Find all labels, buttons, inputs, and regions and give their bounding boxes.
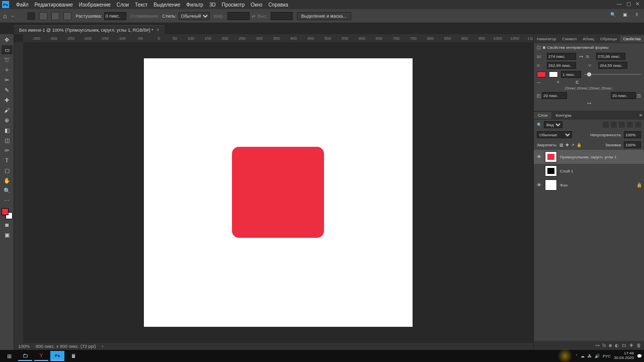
layer-row[interactable]: 👁Прямоугольник, скругл. углы 1 xyxy=(534,150,644,164)
tray-cloud-icon[interactable]: ☁ xyxy=(581,354,585,358)
menu-select[interactable]: Выделение xyxy=(150,1,183,9)
filter-img-icon[interactable] xyxy=(603,122,609,128)
eyedropper-tool[interactable]: ✎ xyxy=(2,85,13,95)
filter-adj-icon[interactable] xyxy=(611,122,617,128)
y-input[interactable] xyxy=(598,62,627,69)
menu-3d[interactable]: 3D xyxy=(206,1,219,9)
w-input[interactable] xyxy=(547,53,576,60)
document-canvas[interactable] xyxy=(144,58,413,327)
tab-close-icon[interactable]: × xyxy=(156,27,159,33)
stroke-width-input[interactable] xyxy=(561,71,581,78)
visibility-icon[interactable]: 👁 xyxy=(536,182,542,188)
blend-select[interactable]: Обычные xyxy=(537,131,572,138)
rounded-rect-shape[interactable] xyxy=(232,147,324,238)
adjust-icon[interactable]: ◐ xyxy=(615,343,619,348)
link-wh-icon[interactable]: ⊶ xyxy=(579,54,583,59)
menu-edit[interactable]: Редактирование xyxy=(32,1,76,9)
brush-tool[interactable]: 🖌 xyxy=(2,106,13,115)
maximize-icon[interactable]: ▢ xyxy=(624,1,633,8)
tray-notif-icon[interactable]: 💬 xyxy=(637,354,642,358)
screenmode-tool[interactable]: ▣ xyxy=(2,230,13,239)
fx-icon[interactable]: fx xyxy=(603,343,606,348)
color-swatches[interactable] xyxy=(2,208,13,219)
tray-chevron-icon[interactable]: ˄ xyxy=(576,354,578,358)
folder-icon[interactable]: 🗀 xyxy=(622,343,626,348)
start-button[interactable]: ⊞ xyxy=(2,351,16,361)
home-icon[interactable]: ⌂ xyxy=(3,13,7,20)
feather-input[interactable] xyxy=(104,12,126,20)
fill-input[interactable] xyxy=(624,141,641,148)
hand-tool[interactable]: ✋ xyxy=(2,176,13,185)
wand-tool[interactable]: ✧ xyxy=(2,65,13,74)
stroke-align-icon[interactable]: ≡ xyxy=(557,80,559,84)
filter-select[interactable]: Вид xyxy=(544,121,562,128)
link-layers-icon[interactable]: ⊶ xyxy=(595,343,600,348)
pen-tool[interactable]: ✑ xyxy=(2,146,13,155)
back-icon[interactable]: ← xyxy=(11,14,15,19)
menu-filter[interactable]: Фильтр xyxy=(183,1,206,9)
corner-tr-input[interactable] xyxy=(611,92,636,99)
tray-lang[interactable]: РУС xyxy=(603,354,611,358)
marquee-tool[interactable]: ▭ xyxy=(2,45,13,54)
tray-sound-icon[interactable]: 🔊 xyxy=(595,354,600,358)
tab-character[interactable]: Символ xyxy=(559,36,580,42)
link-corners-icon[interactable]: ⊶ xyxy=(587,101,591,106)
tab-paths[interactable]: Контуры xyxy=(551,112,575,119)
marquee-int-icon[interactable] xyxy=(63,12,71,20)
visibility-icon[interactable]: 👁 xyxy=(536,154,542,160)
tab-properties[interactable]: Свойства xyxy=(620,36,643,42)
stroke-swatch[interactable] xyxy=(549,71,558,77)
menu-window[interactable]: Окно xyxy=(248,1,265,9)
lock-px-icon[interactable]: ▨ xyxy=(559,143,564,147)
filter-smart-icon[interactable] xyxy=(635,122,641,128)
tray-clock[interactable]: 17:48 30.04.2020 xyxy=(614,351,634,360)
tab-layers[interactable]: Слои xyxy=(534,112,551,119)
layer-row[interactable]: Слой 1 xyxy=(534,164,644,178)
lock-pos-icon[interactable]: ✚ xyxy=(566,143,569,147)
opacity-input[interactable] xyxy=(624,131,641,138)
menu-type[interactable]: Текст xyxy=(132,1,150,9)
zoom-tool[interactable]: 🔍 xyxy=(2,186,13,195)
tray-net-icon[interactable]: 🖧 xyxy=(588,354,592,358)
eraser-tool[interactable]: ◧ xyxy=(2,126,13,135)
menu-layer[interactable]: Слои xyxy=(114,1,132,9)
tab-samples[interactable]: Образцы xyxy=(597,36,620,42)
calculator-icon[interactable]: 🖩 xyxy=(66,351,80,361)
visibility-icon[interactable] xyxy=(536,168,542,174)
new-layer-icon[interactable]: ✚ xyxy=(629,343,633,348)
workspace-icon[interactable]: ▣ xyxy=(621,12,629,20)
lock-art-icon[interactable]: ↗ xyxy=(571,143,575,147)
search-icon[interactable]: 🔍 xyxy=(609,12,617,20)
trash-icon[interactable]: 🗑 xyxy=(636,343,641,348)
zoom-value[interactable]: 100% xyxy=(18,344,30,349)
marquee-add-icon[interactable] xyxy=(39,12,47,20)
shape-tool[interactable]: ▢ xyxy=(2,166,13,175)
more-tools-icon[interactable]: ⋯ xyxy=(2,196,13,205)
heal-tool[interactable]: ✚ xyxy=(2,96,13,105)
close-icon[interactable]: ✕ xyxy=(633,1,642,8)
tab-paragraph[interactable]: Абзац xyxy=(580,36,597,42)
stamp-tool[interactable]: ⊕ xyxy=(2,116,13,125)
explorer-icon[interactable]: 🗀 xyxy=(18,351,32,361)
info-chevron-icon[interactable]: › xyxy=(102,344,103,349)
style-select[interactable]: Обычный xyxy=(179,12,210,20)
stroke-slider[interactable] xyxy=(584,74,641,75)
marquee-sub-icon[interactable] xyxy=(51,12,59,20)
crop-tool[interactable]: ✂ xyxy=(2,75,13,84)
document-tab[interactable]: Без имени-1 @ 100% (Прямоугольник, скруг… xyxy=(14,25,165,34)
minimize-icon[interactable]: — xyxy=(615,1,624,8)
move-tool[interactable]: ✥ xyxy=(2,35,13,44)
stroke-style-icon[interactable]: — xyxy=(537,80,541,84)
filter-shape-icon[interactable] xyxy=(627,122,633,128)
menu-file[interactable]: Файл xyxy=(13,1,32,9)
layers-menu-icon[interactable]: ≡ xyxy=(637,113,644,118)
menu-image[interactable]: Изображение xyxy=(76,1,114,9)
type-tool[interactable]: T xyxy=(2,156,13,165)
foreground-color[interactable] xyxy=(2,208,9,215)
x-input[interactable] xyxy=(547,62,576,69)
yandex-icon[interactable]: Y xyxy=(34,351,48,361)
stroke-caps-icon[interactable]: ⊏ xyxy=(576,80,579,84)
photoshop-taskbar-icon[interactable]: Ps xyxy=(50,351,64,361)
quickmask-tool[interactable]: ◙ xyxy=(2,220,13,229)
select-mask-button[interactable]: Выделение и маска... xyxy=(297,12,351,20)
